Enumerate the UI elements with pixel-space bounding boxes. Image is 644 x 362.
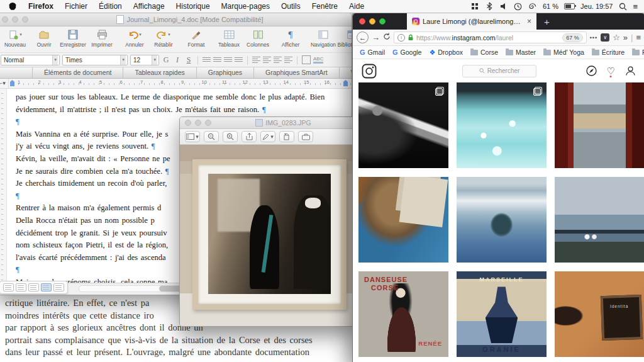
share-button[interactable]: [242, 131, 257, 142]
italic-button[interactable]: I: [173, 55, 182, 65]
menu-item-marque-pages[interactable]: Marque-pages: [216, 0, 275, 13]
vertical-ruler[interactable]: [0, 89, 7, 283]
align-right-icon[interactable]: [224, 57, 232, 63]
bookmark-google[interactable]: GGoogle: [389, 48, 425, 56]
preview-traffic-lights[interactable]: [185, 120, 211, 126]
ribbon-tab[interactable]: Graphiques SmartArt: [254, 67, 340, 78]
toolbar-button-print[interactable]: Imprimer: [87, 28, 116, 48]
notification-center-icon[interactable]: ≡: [633, 2, 638, 11]
font-select[interactable]: Times▾: [62, 55, 128, 65]
toolbar-button-undo[interactable]: ▾Annuler: [120, 28, 149, 48]
grid-photo-4[interactable]: [358, 177, 448, 263]
toolbar-button-pilcrow[interactable]: ¶Afficher: [276, 28, 305, 48]
view-normal-button[interactable]: [3, 283, 14, 291]
toolbar-button-columns[interactable]: Colonnes: [243, 28, 272, 48]
indent-marker[interactable]: [10, 80, 14, 86]
ribbon-tab[interactable]: Graphiques: [197, 67, 254, 78]
grid-photo-3[interactable]: [555, 82, 644, 168]
toolbar-button-new[interactable]: ▾Nouveau: [1, 28, 30, 48]
menu-item-affichage[interactable]: Affichage: [128, 0, 170, 13]
grid-photo-7[interactable]: DANSEUSECORSERENÉE: [358, 271, 448, 357]
zoom-in-button[interactable]: [223, 131, 238, 142]
url-text[interactable]: https://www.instagram.com/laurel: [416, 34, 560, 42]
zoom-out-button[interactable]: [204, 131, 219, 142]
hamburger-menu-icon[interactable]: ≡: [636, 33, 641, 42]
profile-icon[interactable]: [625, 65, 636, 76]
doc-line[interactable]: évidemment, il m'attriste ; il n'est pas…: [16, 104, 349, 116]
menu-item-firefox[interactable]: Firefox: [23, 0, 59, 13]
grid-photo-8[interactable]: MARSEILLEORANIE: [457, 271, 547, 357]
toolbar-button-table[interactable]: Tableaux: [214, 28, 243, 48]
borders-icon[interactable]: [302, 55, 311, 64]
volume-icon[interactable]: [499, 2, 508, 11]
page-actions-icon[interactable]: •••: [590, 35, 597, 41]
apple-menu-icon[interactable]: [9, 3, 16, 10]
clock-icon[interactable]: [514, 2, 523, 11]
bullet-list-icon[interactable]: [263, 57, 271, 63]
markup-toolbox-button[interactable]: [298, 131, 313, 142]
menu-item-aide[interactable]: Aide: [343, 0, 370, 13]
menu-item-fichier[interactable]: Fichier: [59, 0, 93, 13]
toolbar-button-brush[interactable]: Format: [182, 28, 211, 48]
align-center-icon[interactable]: [213, 57, 221, 63]
view-outline-button[interactable]: [16, 283, 26, 291]
instagram-search-input[interactable]: Rechercher: [462, 65, 536, 77]
ribbon-tab[interactable]: Tableaux rapides: [123, 67, 196, 78]
view-notebook-button[interactable]: [53, 283, 64, 291]
instagram-logo-icon[interactable]: [362, 64, 377, 79]
bookmark-formations[interactable]: Formations: [629, 48, 644, 56]
explore-compass-icon[interactable]: [586, 65, 597, 76]
bookmark-dropbox[interactable]: ❖Dropbox: [426, 48, 466, 57]
toolbar-button-nav[interactable]: Navigation: [309, 28, 338, 48]
ribbon-tab[interactable]: Éléments de document: [33, 67, 123, 78]
word-traffic-lights[interactable]: [2, 16, 28, 23]
grid-photo-2[interactable]: [457, 82, 547, 168]
align-left-icon[interactable]: [203, 57, 211, 63]
bookmark--criture[interactable]: Écriture: [589, 48, 628, 56]
tab-close-icon[interactable]: ×: [527, 17, 531, 26]
bookmark-master[interactable]: Master: [502, 48, 539, 56]
toolbar-button-library[interactable]: Bibliothèque: [338, 28, 352, 48]
tab-stop-selector[interactable]: ⌐▾: [0, 79, 9, 88]
preview-image[interactable]: [180, 145, 355, 326]
spiral-icon[interactable]: [528, 2, 537, 11]
sidebar-toggle-button[interactable]: ▾: [185, 131, 200, 142]
doc-line[interactable]: pas jouer sur tous les tableaux. Le term…: [16, 91, 349, 104]
highlight-icon[interactable]: ABC: [313, 56, 323, 64]
bookmark-star-icon[interactable]: ☆: [613, 33, 620, 42]
new-tab-button[interactable]: +: [544, 16, 550, 27]
underline-button[interactable]: S: [184, 55, 193, 65]
toolbar-button-open[interactable]: Ouvrir: [30, 28, 58, 48]
grid-photo-5[interactable]: [457, 177, 547, 263]
view-page-layout-button[interactable]: [41, 283, 52, 291]
rotate-button[interactable]: [279, 131, 294, 142]
indent-decrease-icon[interactable]: [274, 57, 282, 63]
toolbar-button-redo[interactable]: ▾Rétablir: [149, 28, 178, 48]
grid-photo-6[interactable]: [555, 177, 644, 263]
overflow-chevron-icon[interactable]: »: [623, 33, 628, 42]
indent-marker-right[interactable]: [343, 80, 348, 86]
indent-increase-icon[interactable]: [284, 57, 292, 63]
activity-heart-icon[interactable]: ♡: [607, 67, 615, 75]
pocket-icon[interactable]: ∨: [601, 33, 609, 42]
menu-clock[interactable]: Jeu. 19:57: [580, 3, 613, 10]
menu-item-outils[interactable]: Outils: [275, 0, 306, 13]
forward-button[interactable]: →: [372, 33, 380, 42]
numbered-list-icon[interactable]: [252, 57, 260, 63]
site-info-icon[interactable]: i: [397, 34, 405, 42]
app-icon[interactable]: [470, 2, 479, 11]
bold-button[interactable]: G: [162, 55, 170, 65]
zoom-level-badge[interactable]: 67 %: [562, 33, 583, 42]
grid-photo-9[interactable]: Identità: [555, 271, 644, 357]
horizontal-ruler[interactable]: 12345678910111213141516: [9, 79, 352, 88]
word-title-bar[interactable]: Journal_Limongi_4.doc [Mode Compatibilit…: [0, 13, 352, 26]
align-justify-icon[interactable]: [235, 57, 243, 63]
markup-pen-button[interactable]: ▾: [260, 131, 275, 142]
toolbar-button-save[interactable]: Enregistrer: [58, 28, 87, 48]
font-size-select[interactable]: 12▾: [130, 55, 159, 65]
browser-tab[interactable]: Laure Limongi (@laurelimongi) • F ×: [407, 13, 536, 30]
grid-photo-1[interactable]: [358, 82, 448, 168]
bluetooth-icon[interactable]: [485, 2, 494, 11]
preview-title-bar[interactable]: IMG_0283.JPG: [180, 117, 355, 129]
ribbon-tab[interactable]: WordArt: [340, 67, 352, 78]
